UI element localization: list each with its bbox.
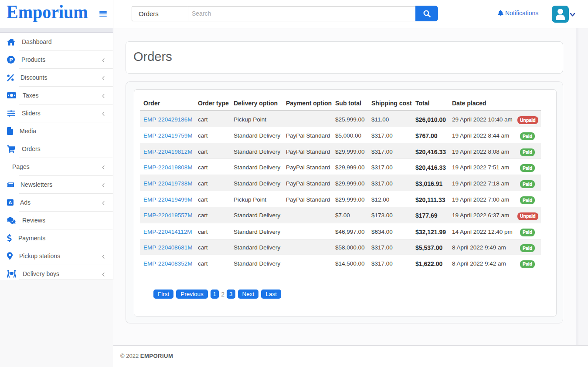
- svg-text:A: A: [9, 200, 12, 205]
